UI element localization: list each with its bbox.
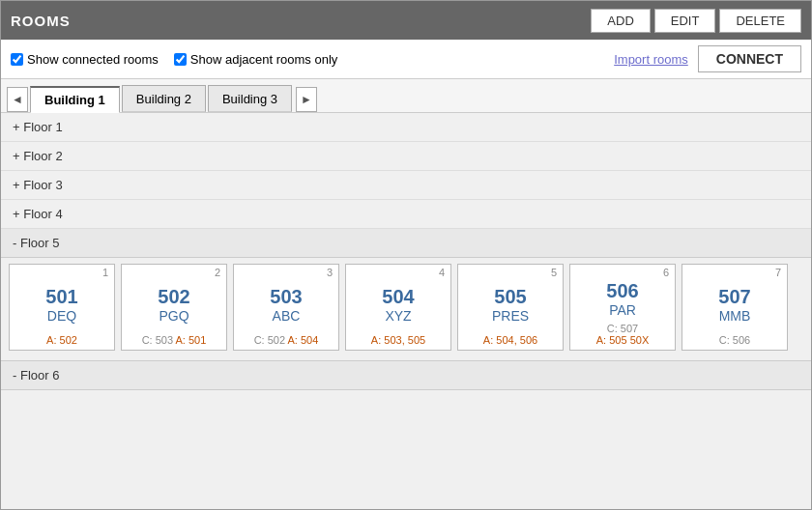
tabs-area: ◄ Building 1 Building 2 Building 3 ►	[1, 79, 811, 113]
room-footer-507: C: 506	[686, 334, 783, 346]
show-connected-checkbox[interactable]	[11, 53, 23, 66]
room-cards-area: 1 501 DEQ A: 502 2 502 PGQ C: 503 A: 501	[1, 258, 811, 361]
tab-prev-arrow[interactable]: ◄	[7, 87, 28, 112]
show-adjacent-checkbox[interactable]	[174, 53, 187, 66]
toolbar-right: Import rooms CONNECT	[614, 45, 801, 72]
room-card-num-3: 3	[238, 267, 334, 278]
room-code-504: 504	[382, 285, 414, 308]
import-rooms-link[interactable]: Import rooms	[614, 52, 688, 67]
room-footer-501: A: 502	[14, 334, 110, 346]
show-adjacent-label[interactable]: Show adjacent rooms only	[174, 52, 337, 67]
room-card-main-7: 507 MMB	[686, 278, 783, 330]
room-code-501: 501	[45, 285, 77, 308]
room-card-507[interactable]: 7 507 MMB C: 506	[682, 264, 788, 351]
room-card-main-5: 505 PRES	[462, 278, 559, 330]
tab-building-2[interactable]: Building 2	[122, 85, 206, 112]
room-card-502[interactable]: 2 502 PGQ C: 503 A: 501	[121, 264, 227, 351]
tab-building-3[interactable]: Building 3	[208, 85, 292, 112]
room-card-num-7: 7	[686, 267, 783, 278]
show-connected-label[interactable]: Show connected rooms	[11, 52, 159, 67]
room-name-504: XYZ	[385, 308, 411, 324]
header-buttons: ADD EDIT DELETE	[591, 9, 801, 33]
room-card-main-2: 502 PGQ	[126, 278, 222, 330]
room-card-505[interactable]: 5 505 PRES A: 504, 506	[457, 264, 564, 351]
room-code-505: 505	[494, 285, 526, 308]
room-name-505: PRES	[492, 308, 529, 324]
floor-3-row[interactable]: + Floor 3	[1, 171, 811, 200]
room-name-503: ABC	[273, 308, 301, 324]
header: ROOMS ADD EDIT DELETE	[1, 1, 811, 40]
tab-building-1[interactable]: Building 1	[30, 86, 120, 113]
toolbar-left: Show connected rooms Show adjacent rooms…	[11, 52, 598, 67]
connect-button[interactable]: CONNECT	[698, 45, 801, 72]
room-card-main-4: 504 XYZ	[350, 278, 447, 330]
toolbar: Show connected rooms Show adjacent rooms…	[1, 40, 811, 79]
room-card-506[interactable]: 6 506 PAR C: 507 A: 505 50X	[569, 264, 676, 351]
room-code-502: 502	[158, 285, 189, 308]
room-card-num-4: 4	[350, 267, 447, 278]
floor-2-row[interactable]: + Floor 2	[1, 142, 811, 171]
room-card-num-5: 5	[462, 267, 559, 278]
room-code-503: 503	[270, 285, 302, 308]
room-card-main-3: 503 ABC	[238, 278, 334, 330]
room-card-main-6: 506 PAR	[574, 278, 671, 319]
floor-4-row[interactable]: + Floor 4	[1, 200, 811, 229]
room-card-504[interactable]: 4 504 XYZ A: 503, 505	[345, 264, 451, 351]
room-name-501: DEQ	[47, 308, 76, 324]
floor-5-row[interactable]: - Floor 5	[1, 229, 811, 258]
room-card-main-1: 501 DEQ	[14, 278, 110, 330]
room-footer-504: A: 503, 505	[350, 334, 447, 346]
room-footer-506: C: 507 A: 505 50X	[574, 323, 671, 346]
room-name-507: MMB	[719, 308, 751, 324]
room-code-506: 506	[606, 279, 638, 302]
tab-next-arrow[interactable]: ►	[296, 87, 317, 112]
delete-button[interactable]: DELETE	[719, 9, 801, 33]
content-area: + Floor 1 + Floor 2 + Floor 3 + Floor 4 …	[1, 113, 811, 509]
page-title: ROOMS	[11, 13, 71, 29]
room-footer-505: A: 504, 506	[462, 334, 559, 346]
room-card-num-6: 6	[574, 267, 671, 278]
room-card-503[interactable]: 3 503 ABC C: 502 A: 504	[233, 264, 339, 351]
add-button[interactable]: ADD	[591, 9, 650, 33]
room-footer-502: C: 503 A: 501	[126, 334, 222, 346]
edit-button[interactable]: EDIT	[654, 9, 716, 33]
room-code-507: 507	[718, 285, 750, 308]
floor-6-row[interactable]: - Floor 6	[1, 361, 811, 390]
room-card-501[interactable]: 1 501 DEQ A: 502	[9, 264, 115, 351]
room-card-num-1: 1	[14, 267, 110, 278]
room-footer-503: C: 502 A: 504	[238, 334, 334, 346]
main-container: ROOMS ADD EDIT DELETE Show connected roo…	[0, 0, 812, 510]
room-name-502: PGQ	[159, 308, 188, 324]
floor-1-row[interactable]: + Floor 1	[1, 113, 811, 142]
room-card-num-2: 2	[126, 267, 222, 278]
room-name-506: PAR	[609, 302, 636, 318]
